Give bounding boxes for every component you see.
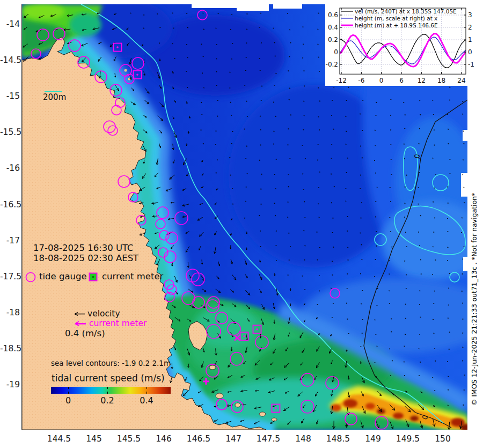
colorbar-tick [147, 387, 147, 389]
inset-x-tick-label: 24 [457, 77, 465, 84]
inset-right-tick-label: 1 [468, 36, 472, 44]
lon-tick-label: 149 [357, 433, 389, 444]
inset-series [338, 34, 467, 68]
inset-right-tick-label: 3 [468, 11, 472, 19]
lat-tick-label: -14.5 [0, 55, 20, 66]
lon-tick-label: 146 [148, 433, 180, 444]
colorbar-tick [147, 392, 147, 394]
lon-tick-label: 148 [287, 433, 319, 444]
inset-right-tick-label: 2 [468, 24, 472, 31]
island [235, 403, 240, 407]
lat-tick-label: -18 [0, 307, 20, 318]
inset-x-tick-label: 0 [379, 77, 384, 84]
lat-tick-label: -15 [0, 91, 20, 102]
lon-tick-label: 149.5 [392, 433, 424, 444]
inset-x-tick-label: 12 [418, 77, 426, 84]
inset-series [338, 37, 467, 64]
colorbar-tick [107, 392, 108, 394]
lat-tick-label: -16.5 [0, 199, 20, 210]
inset-right-tick-label: -1 [468, 61, 474, 68]
inset-x-tick-label: -6 [358, 77, 364, 84]
scalebar-label: 200m [43, 92, 66, 102]
inset-legend-label: height (m, scale at right) at x [355, 15, 437, 21]
island [209, 365, 216, 370]
depth-contour-sample-line [45, 91, 62, 92]
velocity-legend-label: velocity [87, 309, 120, 319]
lat-tick-label: -19 [0, 379, 20, 390]
lon-tick-label: 145.5 [113, 433, 145, 444]
copyright-text: © IMOS 12-Jun-2025 21:21:33 out71_13c . … [470, 181, 479, 417]
inset-legend-label: vel (m/s, 240T) at x 18.35S 147.05E [355, 8, 457, 15]
datetime-local: 18-08-2025 02:30 AEST [33, 253, 138, 264]
colorbar-tick [68, 392, 69, 394]
colorbar-tick-label: 0.2 [96, 395, 119, 406]
lon-tick-label: 148.5 [322, 433, 354, 444]
velocity-arrow-icon [72, 310, 87, 317]
colorbar-tick-label: 0.4 [135, 395, 158, 406]
colorbar-tick [68, 387, 69, 389]
lon-tick-label: 145 [78, 433, 110, 444]
lat-tick-label: -16 [0, 163, 20, 174]
lon-tick-label: 147 [217, 433, 250, 444]
inset-left-tick-label: 0.4 [328, 24, 338, 31]
inset-plot: -12-6061218240.60.40.20-0.23210-1vel (m/… [325, 4, 483, 86]
lon-tick-label: 150 [427, 433, 459, 444]
inset-x-tick-label: 18 [437, 77, 445, 84]
colorbar [51, 387, 171, 394]
inset-right-tick-label: 0 [468, 48, 472, 56]
inset-series [338, 34, 467, 67]
lat-tick-label: -14 [0, 19, 20, 30]
inset-legend-label: height (m) at + 18.9S 146.6E [355, 22, 438, 28]
inset-timeseries-panel: -12-6061218240.60.40.20-0.23210-1vel (m/… [325, 4, 483, 86]
lat-tick-label: -17 [0, 235, 20, 246]
inset-left-tick-label: 0.2 [328, 36, 338, 44]
inset-left-tick-label: -0.2 [326, 61, 338, 68]
lon-tick-label: 147.5 [252, 433, 284, 444]
current-meter-arrow-label: current meter [89, 319, 147, 328]
inset-curves [338, 34, 467, 68]
lat-tick-label: -17.5 [0, 271, 20, 282]
inset-left-tick-label: 0 [334, 48, 338, 56]
current-meter-legend-icon [88, 272, 99, 283]
lat-tick-label: -15.5 [0, 127, 20, 138]
inset-x-tick-label: -12 [336, 77, 347, 84]
inset-legend: vel (m/s, 240T) at x 18.35S 147.05Eheigh… [341, 8, 457, 28]
inset-left-tick-label: 0.6 [328, 11, 338, 19]
datetime-utc: 17-08-2025 16:30 UTC [33, 243, 134, 254]
figure: 0 0 -14-14.5-15-15.5-16-16.5-17-17.5-18-… [0, 0, 483, 448]
inset-x-tick-label: 6 [399, 77, 404, 84]
current-meter-legend-label: current meter [102, 271, 163, 281]
sea-level-contour-note: sea level contours: -1.9 0.2 2.1m [51, 359, 171, 367]
lat-tick-label: -18.5 [0, 343, 20, 354]
lon-tick-label: 144.5 [43, 433, 75, 444]
current-meter-arrow-icon [72, 320, 87, 327]
lon-tick-label: 146.5 [182, 433, 215, 444]
colorbar-tick-label: 0 [56, 395, 80, 406]
tide-gauge-legend-label: tide gauge [39, 271, 87, 281]
island [216, 393, 223, 399]
island [259, 412, 266, 416]
velocity-scale-label: 0.4 (m/s) [65, 328, 105, 338]
colorbar-tick [107, 387, 108, 389]
tide-gauge-legend-icon [25, 271, 36, 283]
islet [125, 69, 127, 72]
colorbar-title: tidal current speed (m/s) [52, 373, 165, 384]
